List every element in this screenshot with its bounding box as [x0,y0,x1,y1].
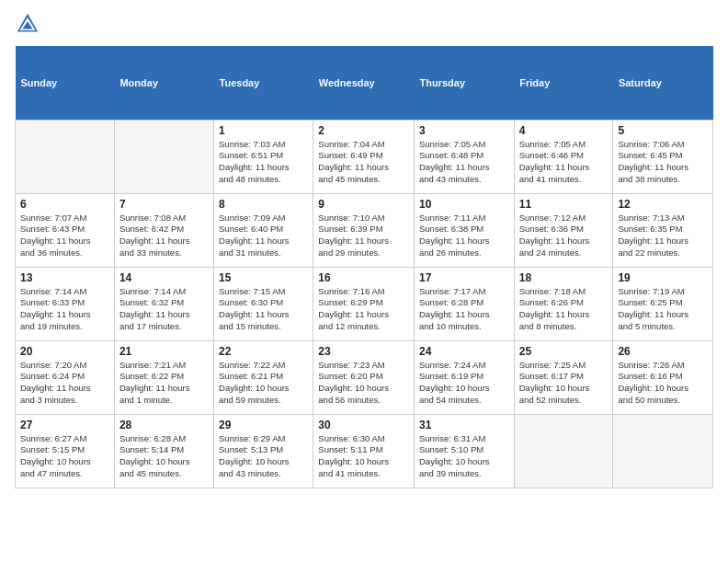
date-number: 20 [20,345,109,358]
date-number: 19 [618,271,708,284]
date-number: 5 [618,124,708,137]
day-header-friday: Friday [514,46,613,120]
day-header-sunday: Sunday [16,46,115,120]
calendar-cell: 9Sunrise: 7:10 AM Sunset: 6:39 PM Daylig… [313,193,415,267]
calendar-cell: 20Sunrise: 7:20 AM Sunset: 6:24 PM Dayli… [16,340,115,414]
cell-info: Sunrise: 7:21 AM Sunset: 6:22 PM Dayligh… [119,360,209,407]
cell-info: Sunrise: 6:31 AM Sunset: 5:10 PM Dayligh… [419,433,509,480]
calendar-cell: 10Sunrise: 7:11 AM Sunset: 6:38 PM Dayli… [415,193,515,267]
date-number: 17 [419,271,509,284]
calendar-cell [114,120,213,193]
week-row-2: 6Sunrise: 7:07 AM Sunset: 6:43 PM Daylig… [16,193,713,267]
calendar-cell: 6Sunrise: 7:07 AM Sunset: 6:43 PM Daylig… [16,193,115,267]
page-container: SundayMondayTuesdayWednesdayThursdayFrid… [0,0,728,500]
calendar-cell: 23Sunrise: 7:23 AM Sunset: 6:20 PM Dayli… [313,340,415,414]
cell-info: Sunrise: 7:14 AM Sunset: 6:32 PM Dayligh… [119,286,209,333]
calendar-cell: 8Sunrise: 7:09 AM Sunset: 6:40 PM Daylig… [214,193,313,267]
day-header-saturday: Saturday [613,46,713,120]
date-number: 4 [519,124,609,137]
cell-info: Sunrise: 7:14 AM Sunset: 6:33 PM Dayligh… [20,286,109,333]
calendar-cell: 11Sunrise: 7:12 AM Sunset: 6:36 PM Dayli… [514,193,613,267]
calendar-cell: 2Sunrise: 7:04 AM Sunset: 6:49 PM Daylig… [313,120,415,193]
cell-info: Sunrise: 7:04 AM Sunset: 6:49 PM Dayligh… [318,139,409,186]
calendar-cell: 16Sunrise: 7:16 AM Sunset: 6:29 PM Dayli… [313,267,415,340]
calendar-cell: 4Sunrise: 7:05 AM Sunset: 6:46 PM Daylig… [514,120,613,193]
date-number: 11 [519,198,609,211]
cell-info: Sunrise: 7:23 AM Sunset: 6:20 PM Dayligh… [318,360,409,407]
calendar-cell: 26Sunrise: 7:26 AM Sunset: 6:16 PM Dayli… [613,340,713,414]
calendar-cell: 15Sunrise: 7:15 AM Sunset: 6:30 PM Dayli… [214,267,313,340]
calendar-cell [514,414,613,488]
date-number: 24 [419,345,509,358]
date-number: 25 [519,345,609,358]
date-number: 21 [119,345,209,358]
date-number: 6 [20,198,109,211]
cell-info: Sunrise: 7:07 AM Sunset: 6:43 PM Dayligh… [20,213,109,259]
date-number: 1 [219,124,308,137]
calendar-cell: 22Sunrise: 7:22 AM Sunset: 6:21 PM Dayli… [214,340,313,414]
date-number: 23 [318,345,409,358]
calendar-table: SundayMondayTuesdayWednesdayThursdayFrid… [15,46,713,488]
logo-icon [15,11,40,37]
date-number: 18 [519,271,609,284]
date-number: 27 [20,419,109,431]
calendar-cell: 3Sunrise: 7:05 AM Sunset: 6:48 PM Daylig… [415,120,515,193]
cell-info: Sunrise: 6:27 AM Sunset: 5:15 PM Dayligh… [20,433,109,480]
day-header-wednesday: Wednesday [313,46,415,120]
cell-info: Sunrise: 7:12 AM Sunset: 6:36 PM Dayligh… [519,213,609,259]
calendar-cell: 13Sunrise: 7:14 AM Sunset: 6:33 PM Dayli… [16,267,115,340]
cell-info: Sunrise: 6:29 AM Sunset: 5:13 PM Dayligh… [219,433,308,480]
calendar-cell: 29Sunrise: 6:29 AM Sunset: 5:13 PM Dayli… [214,414,313,488]
date-number: 8 [219,198,308,211]
date-number: 15 [219,271,308,284]
cell-info: Sunrise: 7:18 AM Sunset: 6:26 PM Dayligh… [519,286,609,333]
date-number: 9 [318,198,409,211]
week-row-3: 13Sunrise: 7:14 AM Sunset: 6:33 PM Dayli… [16,267,713,340]
cell-info: Sunrise: 7:22 AM Sunset: 6:21 PM Dayligh… [219,360,308,407]
calendar-cell: 14Sunrise: 7:14 AM Sunset: 6:32 PM Dayli… [114,267,213,340]
calendar-cell: 27Sunrise: 6:27 AM Sunset: 5:15 PM Dayli… [16,414,115,488]
cell-info: Sunrise: 7:25 AM Sunset: 6:17 PM Dayligh… [519,360,609,407]
cell-info: Sunrise: 6:30 AM Sunset: 5:11 PM Dayligh… [318,433,409,480]
logo [15,11,44,37]
calendar-cell: 7Sunrise: 7:08 AM Sunset: 6:42 PM Daylig… [114,193,213,267]
cell-info: Sunrise: 7:11 AM Sunset: 6:38 PM Dayligh… [419,213,509,259]
calendar-cell [16,120,115,193]
date-number: 7 [119,198,209,211]
calendar-cell: 25Sunrise: 7:25 AM Sunset: 6:17 PM Dayli… [514,340,613,414]
day-header-tuesday: Tuesday [214,46,313,120]
cell-info: Sunrise: 7:08 AM Sunset: 6:42 PM Dayligh… [119,213,209,259]
cell-info: Sunrise: 7:17 AM Sunset: 6:28 PM Dayligh… [419,286,509,333]
date-number: 12 [618,198,708,211]
week-row-5: 27Sunrise: 6:27 AM Sunset: 5:15 PM Dayli… [16,414,713,488]
calendar-cell: 1Sunrise: 7:03 AM Sunset: 6:51 PM Daylig… [214,120,313,193]
calendar-cell: 5Sunrise: 7:06 AM Sunset: 6:45 PM Daylig… [613,120,713,193]
cell-info: Sunrise: 7:24 AM Sunset: 6:19 PM Dayligh… [419,360,509,407]
date-number: 22 [219,345,308,358]
cell-info: Sunrise: 7:06 AM Sunset: 6:45 PM Dayligh… [618,139,708,186]
date-number: 28 [119,419,209,431]
cell-info: Sunrise: 7:09 AM Sunset: 6:40 PM Dayligh… [219,213,308,259]
cell-info: Sunrise: 7:05 AM Sunset: 6:48 PM Dayligh… [419,139,509,186]
cell-info: Sunrise: 7:13 AM Sunset: 6:35 PM Dayligh… [618,213,708,259]
cell-info: Sunrise: 7:16 AM Sunset: 6:29 PM Dayligh… [318,286,409,333]
calendar-cell: 17Sunrise: 7:17 AM Sunset: 6:28 PM Dayli… [415,267,515,340]
day-header-thursday: Thursday [415,46,515,120]
calendar-cell: 28Sunrise: 6:28 AM Sunset: 5:14 PM Dayli… [114,414,213,488]
header [15,11,713,37]
cell-info: Sunrise: 7:05 AM Sunset: 6:46 PM Dayligh… [519,139,609,186]
date-number: 31 [419,419,509,431]
day-header-monday: Monday [114,46,213,120]
date-number: 30 [318,419,409,431]
cell-info: Sunrise: 7:20 AM Sunset: 6:24 PM Dayligh… [20,360,109,407]
week-row-4: 20Sunrise: 7:20 AM Sunset: 6:24 PM Dayli… [16,340,713,414]
date-number: 2 [318,124,409,137]
cell-info: Sunrise: 6:28 AM Sunset: 5:14 PM Dayligh… [119,433,209,480]
date-number: 16 [318,271,409,284]
cell-info: Sunrise: 7:10 AM Sunset: 6:39 PM Dayligh… [318,213,409,259]
calendar-cell: 21Sunrise: 7:21 AM Sunset: 6:22 PM Dayli… [114,340,213,414]
header-row: SundayMondayTuesdayWednesdayThursdayFrid… [16,46,713,120]
date-number: 3 [419,124,509,137]
date-number: 10 [419,198,509,211]
calendar-cell: 24Sunrise: 7:24 AM Sunset: 6:19 PM Dayli… [415,340,515,414]
